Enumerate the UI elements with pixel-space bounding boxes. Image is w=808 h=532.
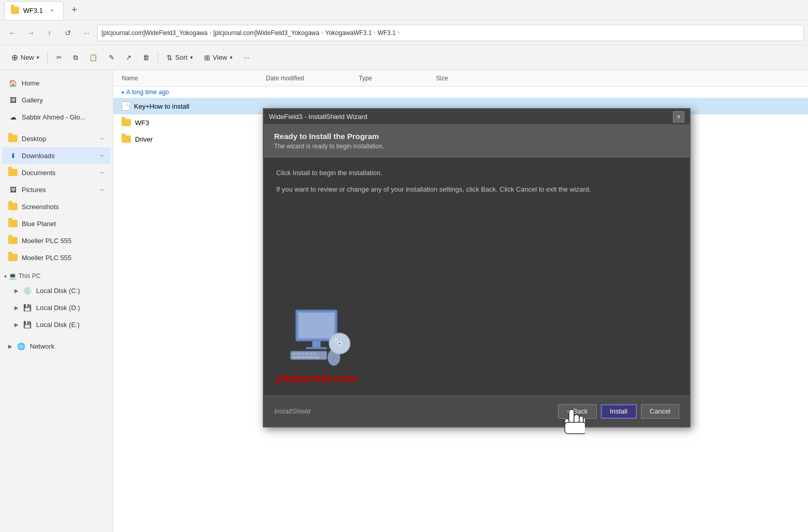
locald-icon: 💾 [23,303,32,312]
svg-rect-1 [298,313,334,338]
svg-rect-5 [293,353,296,355]
downloads-pin-icon: → [98,152,105,159]
dialog-close-btn[interactable]: × [673,111,684,123]
sidebar-item-moeller2[interactable]: Moeller PLC 555 [2,249,111,266]
sidebar-item-onedrive[interactable]: ☁ Sabbir Ahmed - Glo... [2,109,111,125]
path-segment-4[interactable]: WF3.1 [378,29,396,37]
cloud-icon: ☁ [8,112,18,122]
sort-chevron-icon: ▾ [190,55,193,60]
sort-icon: ⇅ [166,54,173,62]
thispc-icon: 💻 [9,272,16,280]
sidebar-moeller1-label: Moeller PLC 555 [22,237,72,245]
sidebar-desktop-label: Desktop [22,135,46,143]
sidebar-locale-label: Local Disk (E:) [36,321,80,329]
cut-btn[interactable]: ✂ [51,48,67,67]
svg-point-16 [339,342,341,345]
thispc-group[interactable]: ▾ 💻 This PC [0,270,113,282]
back-btn[interactable]: < Back [558,404,596,419]
sidebar-item-desktop[interactable]: Desktop → [2,130,111,147]
blueplanet-folder-icon [8,219,18,228]
moeller1-folder-icon [8,236,18,245]
network-icon: 🌐 [16,341,26,351]
new-chevron-icon: ▾ [37,55,39,60]
sidebar-item-gallery[interactable]: 🖼 Gallery [2,92,111,108]
file-name-1: Key+How to install [134,102,189,110]
svg-rect-8 [305,353,308,355]
sidebar-item-pictures[interactable]: 🖼 Pictures → [2,181,111,198]
back-btn[interactable]: ← [4,25,21,41]
more-options-btn[interactable]: ··· [239,48,255,67]
new-tab-btn[interactable]: + [66,2,82,19]
share-btn[interactable]: ↗ [121,48,137,67]
more-options-icon: ··· [244,54,249,61]
tab-label: WF3.1 [23,7,43,14]
tab-wf3[interactable]: WF3.1 × [4,1,64,20]
sidebar-locald-label: Local Disk (D:) [36,304,80,312]
expand-locale-icon: ▶ [14,322,19,328]
doc-icon [122,101,130,111]
cut-icon: ✂ [56,54,62,61]
rename-btn[interactable]: ✎ [104,48,120,67]
sidebar-item-home[interactable]: 🏠 Home [2,75,111,91]
installshield-dialog[interactable]: WideField3 - InstallShield Wizard × Read… [263,108,691,427]
address-more-btn[interactable]: ··· [78,25,95,41]
sidebar-blueplanet-label: Blue Planet [22,220,56,228]
sidebar-item-blueplanet[interactable]: Blue Planet [2,215,111,232]
home-icon: 🏠 [8,78,18,88]
dialog-title-bar: WideField3 - InstallShield Wizard × [264,109,689,125]
col-header-size[interactable]: Size [436,75,487,82]
sidebar-item-network[interactable]: ▶ 🌐 Network [2,338,111,354]
new-btn[interactable]: ⊕ New ▾ [6,48,44,67]
sidebar-item-downloads[interactable]: ⬇ Downloads → [2,147,111,164]
sidebar-pictures-label: Pictures [22,186,46,194]
sidebar-item-documents[interactable]: Documents → [2,164,111,181]
file-list-header: Name Date modified Type Size [113,70,808,87]
path-segment-1[interactable]: [plcjournal.com]WideField3_Yokogawa [102,29,208,37]
cancel-btn[interactable]: Cancel [641,404,679,419]
col-header-name[interactable]: Name [122,75,266,82]
delete-btn[interactable]: 🗑 [138,48,155,67]
sidebar: 🏠 Home 🖼 Gallery ☁ Sabbir Ahmed - Glo...… [0,70,113,532]
tab-folder-icon [11,7,19,14]
address-path[interactable]: [plcjournal.com]WideField3_Yokogawa › [p… [97,25,804,41]
svg-rect-6 [297,353,300,355]
gallery-icon: 🖼 [8,95,18,105]
toolbar: ⊕ New ▾ ✂ ⧉ 📋 ✎ ↗ 🗑 ⇅ Sort ▾ ⊞ View ▾ ··… [0,45,808,70]
refresh-btn[interactable]: ↺ [60,25,76,41]
folder-icon [122,119,131,126]
dialog-body-text-2: If you want to review or change any of y… [276,184,677,195]
sidebar-item-localc[interactable]: ▶ 💿 Local Disk (C:) [2,282,111,299]
dialog-footer: InstallShield < Back Install Cancel [264,396,689,426]
sidebar-item-locald[interactable]: ▶ 💾 Local Disk (D:) [2,299,111,316]
sidebar-network-label: Network [30,342,55,350]
sidebar-item-locale[interactable]: ▶ 💾 Local Disk (E:) [2,316,111,333]
view-btn[interactable]: ⊞ View ▾ [199,48,238,67]
pictures-folder-icon: 🖼 [8,185,18,194]
tab-close-btn[interactable]: × [47,5,57,15]
view-icon: ⊞ [204,54,210,62]
sidebar-downloads-label: Downloads [22,152,55,160]
sort-btn[interactable]: ⇅ Sort ▾ [161,48,198,67]
desktop-folder-icon [8,134,18,143]
sidebar-item-screenshots[interactable]: Screenshots [2,198,111,215]
dialog-header: Ready to Install the Program The wizard … [264,125,689,158]
path-chevron-1: › [210,30,211,36]
copy-btn[interactable]: ⧉ [68,48,83,67]
dialog-buttons: < Back Install Cancel [558,404,679,419]
up-btn[interactable]: ↑ [41,25,58,41]
forward-btn[interactable]: → [23,25,39,41]
install-btn[interactable]: Install [601,404,637,419]
share-icon: ↗ [126,54,131,61]
paste-btn[interactable]: 📋 [84,48,103,67]
path-segment-2[interactable]: [plcjournal.com]WideField3_Yokogawa [213,29,319,37]
installshield-logo: InstallShield [274,407,310,415]
col-header-date[interactable]: Date modified [266,75,359,82]
sidebar-item-moeller1[interactable]: Moeller PLC 555 [2,232,111,249]
watermark-text: plcjournal.com [276,372,357,385]
path-segment-3[interactable]: YokogawaWF3.1 [325,29,372,37]
group-chevron-icon: ▾ [122,90,124,95]
file-name-3: Driver [135,135,153,143]
col-header-type[interactable]: Type [359,75,436,82]
svg-rect-11 [293,356,319,358]
delete-icon: 🗑 [143,54,149,61]
